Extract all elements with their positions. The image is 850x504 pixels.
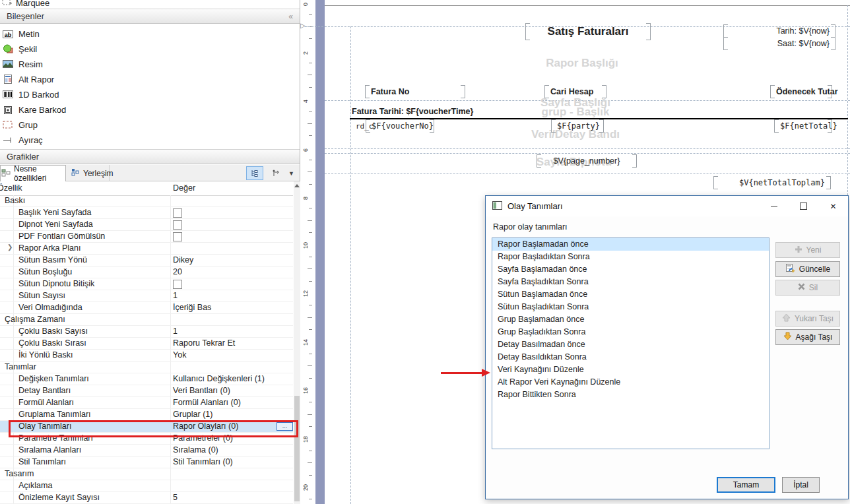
page-number-field[interactable]: $V{page_number} bbox=[542, 156, 631, 166]
toolbox-item-kare-barkod[interactable]: Kare Barkod bbox=[0, 102, 300, 117]
checkbox[interactable] bbox=[173, 280, 182, 289]
maximize-button[interactable] bbox=[789, 196, 818, 216]
property-row-gruplama-tan-mlar[interactable]: Gruplama TanımlarıGruplar (1) bbox=[0, 409, 293, 421]
property-row-tasar-m[interactable]: Tasarım bbox=[0, 468, 293, 480]
scrollbar-thumb[interactable] bbox=[294, 396, 300, 501]
property-grid-scrollbar[interactable] bbox=[294, 181, 300, 504]
toolbox-item-resim[interactable]: Resim bbox=[0, 57, 300, 72]
property-row-s-ralama-alanlar[interactable]: Sıralama AlanlarıSıralama (0) bbox=[0, 445, 293, 457]
date-field[interactable]: Tarih: $V{now} bbox=[729, 26, 830, 36]
property-row-s-tun-say-s[interactable]: Sütun Sayısı1 bbox=[0, 290, 293, 302]
event-item-grup-ba-lamadan-nce[interactable]: Grup Başlamadan önce bbox=[492, 313, 769, 326]
detail-field-party[interactable]: $F{party} bbox=[557, 121, 598, 131]
ok-button[interactable]: Tamam bbox=[717, 477, 775, 493]
checkbox[interactable] bbox=[173, 208, 182, 218]
event-item-grup-ba-lad-ktan-sonra[interactable]: Grup Başladıktan Sonra bbox=[492, 326, 769, 338]
property-value[interactable]: Veri Bantları (0) bbox=[173, 386, 230, 395]
event-item-alt-rapor-veri-kayna-n-d-zenle[interactable]: Alt Rapor Veri Kaynağını Düzenle bbox=[492, 376, 769, 389]
property-row-detay-bantlar[interactable]: Detay BantlarıVeri Bantları (0) bbox=[0, 385, 293, 397]
property-value[interactable]: 1 bbox=[173, 291, 178, 300]
yukar-ta-button[interactable]: Yukarı Taşı bbox=[775, 311, 840, 327]
dialog-titlebar[interactable]: Olay Tanımları ✕ bbox=[486, 196, 848, 216]
toolbox-item-grup[interactable]: Grup bbox=[0, 117, 300, 133]
property-value[interactable]: Raporu Tekrar Et bbox=[173, 338, 235, 348]
yeni-button[interactable]: Yeni bbox=[775, 242, 840, 258]
section-header-components[interactable]: Bileşenler « bbox=[0, 9, 300, 24]
property-row-bask[interactable]: Baskı bbox=[0, 195, 293, 207]
property-value[interactable]: Yok bbox=[173, 350, 186, 360]
property-row-rapor-arka-plan[interactable]: ❯Rapor Arka Planı bbox=[0, 243, 293, 255]
section-header-graphics[interactable]: Grafikler bbox=[0, 149, 300, 164]
event-item-rapor-ba-lamadan-nce[interactable]: Rapor Başlamadan önce bbox=[492, 238, 769, 251]
property-row-al-ma-zaman[interactable]: Çalışma Zamanı bbox=[0, 314, 293, 326]
property-row-s-tun-dipnotu-biti-ik[interactable]: Sütun Dipnotu Bitişik bbox=[0, 278, 293, 290]
sil-button[interactable]: Sil bbox=[775, 280, 840, 296]
property-row-ba-l-k-yeni-sayfada[interactable]: Başlık Yeni Sayfada bbox=[0, 207, 293, 219]
property-value[interactable]: Sıralama (0) bbox=[173, 445, 218, 455]
property-row-tan-mlar[interactable]: Tanımlar bbox=[0, 362, 293, 373]
chevron-down-icon[interactable]: ▼ bbox=[288, 170, 294, 177]
property-value[interactable]: İçeriği Bas bbox=[173, 303, 211, 312]
checkbox[interactable] bbox=[173, 220, 182, 230]
event-item-s-tun-ba-lad-ktan-sonra[interactable]: Sütun Başladıktan Sonra bbox=[492, 301, 769, 313]
toolbox-item-marquee[interactable]: Marquee bbox=[0, 0, 49, 8]
collapse-icon[interactable]: « bbox=[288, 12, 293, 21]
property-row-s-tun-bas-m-y-n[interactable]: Sütun Basım YönüDikey bbox=[0, 255, 293, 267]
total-field[interactable]: $V{netTotalToplam} bbox=[719, 178, 825, 187]
event-item-sayfa-ba-lad-ktan-sonra[interactable]: Sayfa Başladıktan Sonra bbox=[492, 276, 769, 288]
toolbox-item-metin[interactable]: abMetin bbox=[0, 26, 300, 42]
event-list[interactable]: Rapor Başlamadan önceRapor Başladıktan S… bbox=[492, 237, 769, 449]
column-header-cari-hesap[interactable]: Cari Hesap bbox=[550, 87, 601, 96]
property-row-stil-tan-mlar[interactable]: Stil TanımlarıStil Tanımları (0) bbox=[0, 457, 293, 468]
expand-icon[interactable]: ❯ bbox=[7, 243, 13, 251]
a-a-ta-button[interactable]: Aşağı Taşı bbox=[775, 329, 840, 345]
minimize-button[interactable] bbox=[759, 196, 789, 216]
scroll-up-icon[interactable] bbox=[294, 184, 300, 187]
detail-field-voucherno[interactable]: $F{voucherNo} bbox=[372, 121, 428, 131]
property-value[interactable]: Kullanıcı Değişkenleri (1) bbox=[173, 374, 265, 383]
property-value[interactable]: Dikey bbox=[173, 255, 193, 265]
property-value[interactable]: 5 bbox=[173, 493, 178, 502]
property-value[interactable]: Formül Alanları (0) bbox=[173, 398, 241, 407]
property-row-oklu-bask-s-ras[interactable]: Çoklu Baskı SırasıRaporu Tekrar Et bbox=[0, 338, 293, 350]
property-row-nizleme-kay-t-say-s[interactable]: Önizleme Kayıt Sayısı5 bbox=[0, 492, 293, 504]
toolbox-item-1d-barkod[interactable]: 1D Barkod bbox=[0, 87, 300, 102]
column-header-odenecek-tutar[interactable]: Ödenecek Tutar bbox=[776, 87, 826, 96]
g-ncelle-button[interactable]: Güncelle bbox=[775, 261, 840, 277]
property-row-oklu-bask-say-s[interactable]: Çoklu Baskı Sayısı1 bbox=[0, 326, 293, 338]
time-field[interactable]: Saat: $V{now} bbox=[729, 39, 830, 48]
property-value[interactable]: 1 bbox=[173, 327, 178, 336]
property-value[interactable]: Stil Tanımları (0) bbox=[173, 457, 233, 466]
checkbox[interactable] bbox=[173, 232, 182, 241]
property-row-veri-olmad-nda[interactable]: Veri Olmadığındaİçeriği Bas bbox=[0, 302, 293, 314]
ruler-margin-marker[interactable]: ▷ bbox=[300, 22, 306, 29]
tab-object-properties[interactable]: Nesne özellikleri bbox=[0, 165, 66, 181]
event-item-veri-kayna-n-d-zenle[interactable]: Veri Kaynağını Düzenle bbox=[492, 363, 769, 376]
event-item-detay-bas-ld-ktan-sonra[interactable]: Detay Basıldıktan Sonra bbox=[492, 351, 769, 363]
cancel-button[interactable]: İptal bbox=[782, 477, 820, 493]
group-header-field[interactable]: Fatura Tarihi: $F{voucherTime} bbox=[352, 107, 473, 116]
event-item-rapor-ba-lad-ktan-sonra[interactable]: Rapor Başladıktan Sonra bbox=[492, 251, 769, 263]
event-item-detay-bas-lmadan-nce[interactable]: Detay Basılmadan önce bbox=[492, 338, 769, 351]
report-title-field[interactable]: Satış Faturaları bbox=[531, 25, 645, 38]
property-row-de-i-ken-tan-mlar[interactable]: Değişken TanımlarıKullanıcı Değişkenleri… bbox=[0, 373, 293, 385]
property-row-form-l-alanlar[interactable]: Formül AlanlarıFormül Alanları (0) bbox=[0, 397, 293, 409]
toolbox-item-ekil[interactable]: Şekil bbox=[0, 42, 300, 57]
sort-view-button[interactable] bbox=[267, 166, 284, 180]
property-row-a-klama[interactable]: Açıklama bbox=[0, 480, 293, 492]
event-item-s-tun-ba-lamadan-nce[interactable]: Sütun Başlamadan önce bbox=[492, 288, 769, 301]
tab-layout[interactable]: Yerleşim bbox=[66, 165, 110, 181]
detail-field-nettotal[interactable]: $F{netTotal} bbox=[780, 121, 826, 131]
property-value[interactable]: Gruplar (1) bbox=[173, 410, 212, 419]
toolbox-item-ay-ra[interactable]: Ayıraç bbox=[0, 133, 300, 148]
column-header-fatura-no[interactable]: Fatura No bbox=[371, 87, 459, 96]
property-row-pdf-fontlar-g-m-ls-n[interactable]: PDF Fontları Gömülsün bbox=[0, 231, 293, 243]
categorized-view-button[interactable] bbox=[246, 166, 263, 180]
toolbox-item-alt-rapor[interactable]: Alt Rapor bbox=[0, 72, 300, 87]
property-row-dipnot-yeni-sayfada[interactable]: Dipnot Yeni Sayfada bbox=[0, 219, 293, 231]
property-row-s-tun-bo-lu-u[interactable]: Sütun Boşluğu20 bbox=[0, 267, 293, 278]
event-item-sayfa-ba-lamadan-nce[interactable]: Sayfa Başlamadan önce bbox=[492, 263, 769, 276]
property-value[interactable]: 20 bbox=[173, 267, 182, 276]
close-button[interactable]: ✕ bbox=[818, 196, 848, 216]
property-row-i-ki-y-nl-bask[interactable]: İki Yönlü BaskıYok bbox=[0, 350, 293, 362]
